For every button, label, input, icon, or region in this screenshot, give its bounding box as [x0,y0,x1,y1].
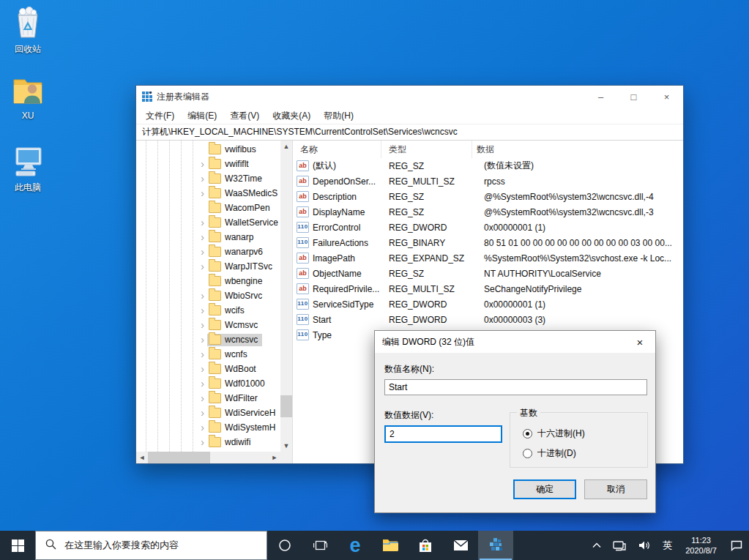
tree-item-label[interactable]: WdiServiceH [225,408,275,418]
chevron-right-icon[interactable]: › [198,160,207,169]
chevron-right-icon[interactable]: › [198,438,207,447]
value-data-field[interactable]: 2 [384,425,502,443]
tree-item[interactable]: › wanarp [136,230,280,244]
registry-value-row[interactable]: ab Description REG_SZ @%SystemRoot%\syst… [293,189,683,204]
chevron-right-icon[interactable]: › [198,394,207,403]
file-explorer-button[interactable] [373,531,408,560]
tree-item[interactable]: › WalletService [136,215,280,230]
maximize-button[interactable]: □ [617,86,650,108]
value-name[interactable]: RequiredPrivile... [313,284,379,294]
registry-value-row[interactable]: 110 FailureActions REG_BINARY 80 51 01 0… [293,235,683,250]
tree-item[interactable]: › wcifs [136,303,280,318]
tray-chevron-up-icon[interactable] [586,531,607,560]
tree-item[interactable]: › wdiwifi [136,435,280,449]
tree-item[interactable]: › Wdf01000 [136,376,280,391]
value-name[interactable]: DependOnSer... [313,176,376,187]
tree-item[interactable]: › WdFilter [136,391,280,406]
action-center-icon[interactable] [724,531,749,560]
tree-item-label[interactable]: wcifs [225,305,245,316]
tree-item[interactable]: › WacomPen [136,201,280,215]
tree-item[interactable]: › wcncsvc [136,332,280,347]
registry-value-row[interactable]: ab DisplayName REG_SZ @%SystemRoot%\syst… [293,204,683,220]
regedit-titlebar[interactable]: 注册表编辑器 – □ × [136,86,683,108]
tree-item-label[interactable]: WarpJITSvc [225,261,272,272]
task-view-button[interactable] [302,531,338,560]
minimize-button[interactable]: – [584,86,617,108]
desktop-icon-this-pc[interactable]: 此电脑 [4,144,52,194]
tree-item-label[interactable]: wanarpv6 [225,247,263,257]
tree-item[interactable]: › WbioSrvc [136,288,280,303]
tree-item[interactable]: › wcnfs [136,347,280,362]
tree-item-label[interactable]: wdiwifi [225,437,250,447]
tree-item-label[interactable]: vwifibus [225,144,256,154]
ok-button[interactable]: 确定 [513,479,576,499]
registry-value-row[interactable]: ab (默认) REG_SZ (数值未设置) [293,158,683,173]
chevron-right-icon[interactable]: › [198,321,207,330]
column-header-name[interactable]: 名称 [293,141,381,158]
scroll-left-icon[interactable]: ◄ [136,452,148,463]
value-name[interactable]: Start [313,315,331,325]
close-button[interactable]: × [650,86,683,108]
tree-item[interactable]: › vwifibus [136,142,280,157]
chevron-right-icon[interactable]: › [198,306,207,316]
tree-item-label[interactable]: WbioSrvc [225,291,262,301]
chevron-right-icon[interactable]: › [198,247,207,257]
tree-item-label[interactable]: wcnfs [225,349,247,359]
regedit-taskbar-button[interactable] [478,531,513,560]
value-name-field[interactable]: Start [384,379,647,395]
menu-item[interactable]: 收藏夹(A) [266,110,317,122]
value-name[interactable]: DisplayName [313,207,365,217]
tree-item-label[interactable]: Wdf01000 [225,378,265,389]
registry-value-row[interactable]: ab DependOnSer... REG_MULTI_SZ rpcss [293,173,683,189]
radio-unselected-icon[interactable] [523,449,532,458]
scroll-right-icon[interactable]: ► [269,452,280,463]
menu-item[interactable]: 帮助(H) [317,110,360,122]
value-name[interactable]: ErrorControl [313,223,360,233]
dialog-close-icon[interactable]: × [625,331,655,353]
store-button[interactable] [408,531,443,560]
menu-item[interactable]: 编辑(E) [181,110,223,122]
column-header-type[interactable]: 类型 [381,141,472,158]
tree-item[interactable]: › wanarpv6 [136,244,280,259]
chevron-right-icon[interactable]: › [198,423,207,433]
desktop-icon-user-folder[interactable]: XU [4,73,52,121]
taskbar-clock[interactable]: 11:23 2020/8/7 [678,535,724,556]
column-header-data[interactable]: 数据 [472,141,683,158]
value-name[interactable]: Description [313,192,357,202]
start-button[interactable] [0,531,35,560]
cancel-button[interactable]: 取消 [584,479,647,499]
chevron-right-icon[interactable]: › [198,174,207,184]
desktop-icon-recycle-bin[interactable]: 回收站 [4,6,52,56]
tree-item[interactable]: › WdiServiceH [136,406,280,420]
chevron-right-icon[interactable]: › [198,233,207,242]
value-name[interactable]: ImagePath [313,253,355,264]
chevron-right-icon[interactable]: › [198,291,207,301]
address-bar[interactable]: 计算机\HKEY_LOCAL_MACHINE\SYSTEM\CurrentCon… [136,124,683,141]
registry-value-row[interactable]: 110 Start REG_DWORD 0x00000003 (3) [293,312,683,327]
tree-item[interactable]: › WdiSystemH [136,420,280,435]
value-name[interactable]: Type [313,330,332,340]
mail-button[interactable] [443,531,478,560]
network-icon[interactable] [607,531,632,560]
tree-vertical-scrollbar[interactable]: ▲ ▼ [280,141,292,452]
tree-item-label[interactable]: WdFilter [225,393,258,403]
registry-value-row[interactable]: ab ImagePath REG_EXPAND_SZ %SystemRoot%\… [293,250,683,266]
chevron-right-icon[interactable]: › [198,335,207,345]
vertical-scrollbar-thumb[interactable] [280,395,292,417]
value-name[interactable]: FailureActions [313,238,368,248]
registry-value-row[interactable]: ab ObjectName REG_SZ NT AUTHORITY\LocalS… [293,266,683,281]
value-name[interactable]: (默认) [313,160,336,172]
tree-item-label[interactable]: wcncsvc [225,335,258,345]
tree-item-label[interactable]: WalletService [225,217,278,228]
chevron-right-icon[interactable]: › [198,189,207,198]
tree-horizontal-scrollbar[interactable]: ◄ ► [136,452,280,463]
registry-value-row[interactable]: 110 ServiceSidType REG_DWORD 0x00000001 … [293,296,683,312]
tree-item-label[interactable]: WaaSMedicS [225,188,277,198]
value-name[interactable]: ObjectName [313,269,362,279]
hex-radio-option[interactable]: 十六进制(H) [523,428,585,440]
tree-item-label[interactable]: WacomPen [225,203,270,213]
value-name[interactable]: ServiceSidType [313,299,373,310]
tree-item-label[interactable]: W32Time [225,173,262,184]
tree-item-label[interactable]: WdBoot [225,364,256,374]
menu-item[interactable]: 查看(V) [223,110,266,122]
